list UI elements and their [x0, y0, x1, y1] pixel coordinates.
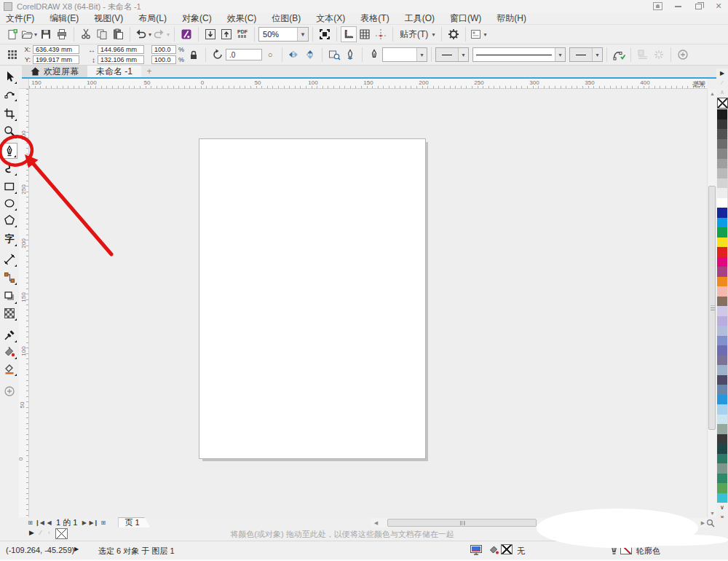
color-swatch[interactable]: [717, 149, 728, 159]
object-height-field[interactable]: 132.106 mm: [98, 55, 144, 64]
node-edit-button[interactable]: [342, 47, 358, 63]
shape-tool[interactable]: [1, 86, 17, 102]
color-swatch[interactable]: [717, 208, 728, 218]
color-swatch[interactable]: [717, 415, 728, 425]
color-swatch[interactable]: [717, 385, 728, 395]
document-palette-scroll-left[interactable]: ‹: [48, 529, 50, 536]
text-tool[interactable]: 字: [1, 231, 17, 247]
arrow-start-caret[interactable]: ▾: [458, 48, 468, 61]
outline-width-caret[interactable]: ▾: [416, 48, 427, 61]
fill-none-swatch[interactable]: [501, 544, 513, 554]
status-flyout-arrow[interactable]: ▶: [74, 546, 79, 552]
color-swatch[interactable]: [717, 297, 728, 307]
add-page-before-button[interactable]: ⊞: [25, 518, 35, 527]
color-swatch[interactable]: [717, 395, 728, 405]
close-button[interactable]: ✕: [712, 1, 725, 12]
ruler-origin-corner[interactable]: [19, 79, 29, 89]
quick-customize-propbar-button[interactable]: [675, 47, 691, 63]
scale-x-field[interactable]: 100.0: [151, 45, 176, 54]
horizontal-ruler[interactable]: 毫米 15010050050100150200250300350400450: [29, 79, 707, 89]
open-dropdown-caret[interactable]: ▾: [34, 31, 37, 38]
color-swatch[interactable]: [717, 277, 728, 287]
color-swatch[interactable]: [717, 159, 728, 169]
smart-fill-tool[interactable]: [1, 361, 17, 377]
paste-button[interactable]: [110, 26, 126, 42]
rotation-angle-field[interactable]: .0: [226, 49, 262, 60]
vertical-scrollbar[interactable]: ▲ ▼: [707, 89, 716, 517]
palette-scroll-down[interactable]: ∨: [716, 503, 728, 512]
color-swatch[interactable]: [717, 336, 728, 346]
color-swatch[interactable]: [717, 316, 728, 326]
color-eyedropper-tool[interactable]: [1, 327, 17, 343]
next-page-button[interactable]: ▶: [79, 518, 89, 527]
redo-button[interactable]: ▾: [152, 26, 170, 42]
navigator-magnifier-button[interactable]: [705, 518, 716, 527]
color-swatch[interactable]: [717, 454, 728, 464]
menu-item-5[interactable]: 效果(C): [227, 12, 257, 25]
color-swatch[interactable]: [717, 326, 728, 336]
first-page-button[interactable]: ❙◀: [35, 518, 44, 527]
color-swatch[interactable]: [717, 188, 728, 198]
drop-shadow-tool[interactable]: [1, 289, 17, 305]
zoom-level-dropdown[interactable]: 50% ▼: [258, 27, 309, 42]
drawing-canvas[interactable]: [29, 89, 707, 517]
menu-item-1[interactable]: 编辑(E): [50, 12, 79, 25]
x-position-field[interactable]: 636.439 mm: [33, 45, 79, 54]
pick-tool[interactable]: [1, 68, 17, 85]
vertical-scrollbar-thumb[interactable]: [708, 186, 716, 430]
connector-tool[interactable]: [1, 270, 17, 286]
artistic-media-tool[interactable]: [1, 160, 17, 176]
color-swatch[interactable]: [717, 365, 728, 375]
palette-expand[interactable]: »: [716, 512, 728, 522]
document-palette-no-color-swatch[interactable]: [55, 528, 68, 539]
menu-item-2[interactable]: 视图(V): [94, 12, 123, 25]
cut-button[interactable]: [78, 26, 94, 42]
options-gear-button[interactable]: [446, 26, 462, 42]
menu-item-0[interactable]: 文件(F): [6, 12, 34, 25]
color-swatch[interactable]: [717, 375, 728, 385]
color-swatch[interactable]: [717, 463, 728, 474]
arrow-end-dropdown[interactable]: ▾: [569, 47, 603, 62]
undo-button[interactable]: ▾: [134, 26, 152, 42]
show-guidelines-button[interactable]: [373, 26, 389, 42]
fill-color-icon[interactable]: [488, 544, 499, 555]
redo-dropdown-caret[interactable]: ▾: [167, 31, 170, 38]
menu-item-10[interactable]: 窗口(W): [450, 12, 481, 25]
color-proof-monitor-icon[interactable]: [470, 544, 483, 556]
export-button[interactable]: [218, 26, 234, 42]
menu-item-7[interactable]: 文本(X): [316, 12, 345, 25]
application-launcher-button[interactable]: ▾: [470, 26, 487, 42]
scroll-left-arrow[interactable]: ◀: [371, 518, 381, 527]
mirror-horizontal-button[interactable]: [286, 47, 302, 63]
mirror-vertical-button[interactable]: [302, 47, 318, 63]
new-document-button[interactable]: [4, 26, 20, 42]
color-swatch[interactable]: [717, 424, 728, 434]
menu-item-3[interactable]: 布局(L): [138, 12, 167, 25]
color-swatch[interactable]: [717, 306, 728, 316]
previous-page-button[interactable]: ◀: [44, 518, 54, 527]
zoom-to-selection-button[interactable]: [326, 47, 342, 63]
publish-pdf-button[interactable]: PDF: [234, 26, 250, 42]
rectangle-tool[interactable]: [1, 178, 17, 195]
print-button[interactable]: [54, 26, 70, 42]
search-content-button[interactable]: [178, 26, 194, 42]
transparency-tool[interactable]: [1, 305, 17, 321]
parallel-dimension-tool[interactable]: [1, 251, 17, 267]
color-swatch[interactable]: [717, 227, 728, 238]
color-swatch[interactable]: [717, 434, 728, 444]
save-button[interactable]: [38, 26, 54, 42]
ellipse-tool[interactable]: [1, 195, 17, 211]
fullscreen-preview-button[interactable]: [317, 26, 333, 42]
line-style-dropdown[interactable]: ▾: [472, 47, 566, 62]
text-wrap-button[interactable]: [635, 47, 651, 63]
zoom-tool[interactable]: [1, 123, 17, 139]
color-swatch[interactable]: [717, 247, 728, 257]
color-swatch[interactable]: [717, 257, 728, 267]
palette-scroll-up[interactable]: ∧: [716, 87, 728, 97]
color-swatch[interactable]: [717, 267, 728, 277]
snap-off-button[interactable]: [651, 47, 667, 63]
color-swatch[interactable]: [717, 345, 728, 356]
import-button[interactable]: [202, 26, 218, 42]
zoom-level-caret[interactable]: ▼: [297, 28, 308, 41]
color-swatch[interactable]: [717, 238, 728, 248]
